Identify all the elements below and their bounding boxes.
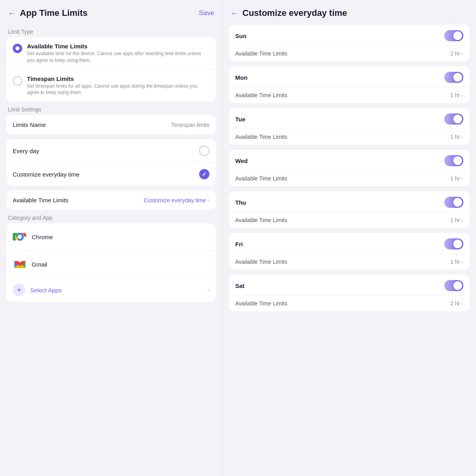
limit-type-label: Limit Type	[8, 29, 214, 35]
day-name-thu: Thu	[235, 199, 444, 206]
day-name-sun: Sun	[235, 33, 444, 39]
day-row-thu[interactable]: Available Time Limits 1 hr ›	[229, 212, 470, 228]
available-time-chevron: ›	[207, 197, 209, 203]
gmail-icon	[13, 257, 27, 271]
day-time-label-sat: Available Time Limits	[235, 300, 450, 307]
day-name-wed: Wed	[235, 157, 444, 164]
gmail-app-row[interactable]: Gmail	[6, 251, 216, 278]
day-time-value-wed: 1 hr	[450, 175, 460, 182]
day-card-sun: Sun Available Time Limits 2 hr ›	[229, 25, 470, 61]
limits-name-label: Limits Name	[13, 121, 171, 128]
day-header-thu: Thu	[229, 191, 470, 212]
save-button[interactable]: Save	[199, 9, 214, 17]
day-name-sat: Sat	[235, 282, 444, 289]
day-time-value-thu: 1 hr	[450, 217, 460, 223]
schedule-card: Every day Customize everyday time	[6, 139, 216, 186]
day-header-tue: Tue	[229, 108, 470, 129]
chrome-app-row[interactable]: Chrome	[6, 223, 216, 251]
select-apps-row[interactable]: + Select Apps ›	[6, 278, 216, 302]
day-time-label-fri: Available Time Limits	[235, 259, 450, 265]
day-time-label-wed: Available Time Limits	[235, 175, 450, 182]
select-apps-label: Select Apps	[30, 287, 206, 294]
available-time-link-card: Available Time Limits Customize everyday…	[6, 190, 216, 210]
day-toggle-fri[interactable]	[444, 238, 463, 250]
day-card-thu: Thu Available Time Limits 1 hr ›	[229, 191, 470, 228]
left-back-button[interactable]: ←	[8, 9, 16, 18]
day-time-label-thu: Available Time Limits	[235, 217, 450, 223]
left-panel-title: App Time Limits	[20, 8, 199, 18]
day-toggle-tue[interactable]	[444, 113, 463, 125]
day-chevron-sun: ›	[461, 50, 463, 57]
right-panel-title: Customize everyday time	[242, 8, 468, 18]
day-chevron-sat: ›	[461, 300, 463, 307]
limit-settings-label: Limit Settings	[8, 106, 214, 113]
day-toggle-wed[interactable]	[444, 155, 463, 166]
chrome-icon	[13, 230, 27, 244]
customize-everyday-checkbox[interactable]	[199, 169, 209, 179]
right-panel: ← Customize everyday time Sun Available …	[222, 0, 476, 476]
available-time-desc: Set available time for the device. Canno…	[27, 50, 209, 64]
day-header-mon: Mon	[229, 66, 470, 87]
every-day-checkbox[interactable]	[199, 146, 209, 156]
day-toggle-mon[interactable]	[444, 72, 463, 83]
available-time-link-value: Customize everyday time	[144, 197, 206, 203]
every-day-label: Every day	[13, 148, 199, 154]
day-name-fri: Fri	[235, 241, 444, 248]
day-toggle-thu[interactable]	[444, 197, 463, 208]
plus-icon: +	[13, 284, 25, 296]
limit-type-card: Available Time Limits Set available time…	[6, 37, 216, 102]
available-time-title: Available Time Limits	[27, 43, 209, 50]
day-card-sat: Sat Available Time Limits 2 hr ›	[229, 274, 470, 311]
day-row-tue[interactable]: Available Time Limits 1 hr ›	[229, 129, 470, 145]
day-time-value-tue: 1 hr	[450, 134, 460, 140]
day-chevron-thu: ›	[461, 217, 463, 223]
select-apps-chevron: ›	[207, 287, 209, 293]
day-row-wed[interactable]: Available Time Limits 1 hr ›	[229, 171, 470, 186]
day-card-tue: Tue Available Time Limits 1 hr ›	[229, 108, 470, 145]
day-toggle-sat[interactable]	[444, 280, 463, 291]
day-time-value-mon: 1 hr	[450, 92, 460, 98]
day-card-wed: Wed Available Time Limits 1 hr ›	[229, 150, 470, 186]
day-card-mon: Mon Available Time Limits 1 hr ›	[229, 66, 470, 103]
available-time-link-label: Available Time Limits	[13, 197, 144, 203]
right-back-button[interactable]: ←	[230, 9, 238, 18]
day-header-fri: Fri	[229, 233, 470, 254]
day-chevron-wed: ›	[461, 175, 463, 182]
customize-everyday-label: Customize everyday time	[13, 171, 199, 178]
timespan-radio[interactable]	[13, 76, 22, 86]
day-time-label-tue: Available Time Limits	[235, 134, 450, 140]
available-time-radio[interactable]	[13, 44, 22, 53]
left-header: ← App Time Limits Save	[0, 0, 222, 25]
day-row-sun[interactable]: Available Time Limits 2 hr ›	[229, 46, 470, 61]
timespan-option[interactable]: Timespan Limits Set timespan limits for …	[6, 70, 216, 102]
day-header-wed: Wed	[229, 150, 470, 171]
day-name-mon: Mon	[235, 74, 444, 81]
day-toggle-sun[interactable]	[444, 30, 463, 41]
apps-card: Chrome Gmail + Select Apps ›	[6, 223, 216, 302]
day-row-mon[interactable]: Available Time Limits 1 hr ›	[229, 87, 470, 103]
category-app-label: Category and App	[8, 215, 214, 221]
day-time-value-sat: 2 hr	[450, 300, 460, 307]
limits-name-card: Limits Name Timespan limits	[6, 115, 216, 134]
left-panel: ← App Time Limits Save Limit Type Availa…	[0, 0, 222, 476]
day-time-value-fri: 1 hr	[450, 259, 460, 265]
limits-name-row[interactable]: Limits Name Timespan limits	[6, 115, 216, 134]
every-day-row[interactable]: Every day	[6, 139, 216, 163]
right-scroll-area: Sun Available Time Limits 2 hr › Mon Ava…	[223, 25, 476, 476]
gmail-label: Gmail	[32, 261, 209, 268]
day-time-label-sun: Available Time Limits	[235, 50, 450, 57]
available-time-link-row[interactable]: Available Time Limits Customize everyday…	[6, 190, 216, 210]
customize-everyday-row[interactable]: Customize everyday time	[6, 163, 216, 186]
left-scroll-area: Limit Type Available Time Limits Set ava…	[0, 25, 222, 476]
day-header-sun: Sun	[229, 25, 470, 46]
day-name-tue: Tue	[235, 116, 444, 123]
day-time-label-mon: Available Time Limits	[235, 92, 450, 98]
right-header: ← Customize everyday time	[223, 0, 476, 25]
day-chevron-tue: ›	[461, 134, 463, 140]
day-row-sat[interactable]: Available Time Limits 2 hr ›	[229, 296, 470, 311]
day-card-fri: Fri Available Time Limits 1 hr ›	[229, 233, 470, 270]
available-time-option[interactable]: Available Time Limits Set available time…	[6, 37, 216, 70]
day-header-sat: Sat	[229, 274, 470, 296]
limits-name-value: Timespan limits	[171, 122, 209, 128]
day-row-fri[interactable]: Available Time Limits 1 hr ›	[229, 254, 470, 270]
